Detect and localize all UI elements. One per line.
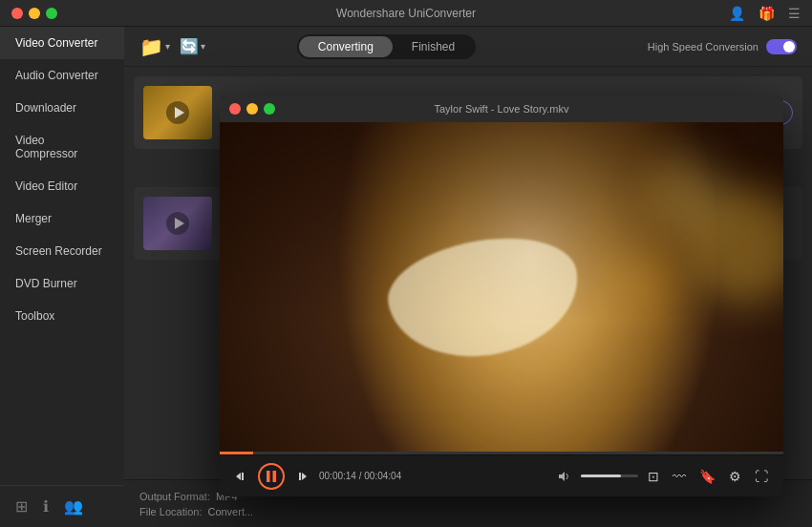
- svg-marker-4: [236, 473, 241, 480]
- file-location-value: Convert...: [207, 506, 253, 517]
- video-display[interactable]: [220, 122, 783, 454]
- speed-label: High Speed Conversion: [648, 41, 759, 53]
- convert-options-icon: 🔄: [180, 37, 199, 55]
- titlebar: Wondershare UniConverter 👤 🎁 ☰: [0, 0, 812, 27]
- add-chevron: ▾: [165, 41, 170, 52]
- thumbnail-image: [143, 197, 212, 250]
- preview-titlebar: Taylor Swift - Love Story.mkv: [220, 95, 783, 122]
- pause-icon: [266, 470, 277, 483]
- sidebar-bottom: ⊞ ℹ 👥: [0, 485, 124, 527]
- sidebar-item-audio-converter[interactable]: Audio Converter: [0, 59, 124, 92]
- svg-marker-10: [559, 472, 565, 481]
- thumbnail-image: [143, 86, 212, 139]
- rewind-icon: [235, 471, 246, 482]
- preview-window: Taylor Swift - Love Story.mkv: [220, 95, 783, 496]
- profile-icon[interactable]: 👤: [729, 6, 745, 21]
- preview-window-controls[interactable]: [229, 103, 275, 115]
- info-icon[interactable]: ℹ: [43, 497, 49, 516]
- total-time: 00:04:04: [364, 471, 401, 481]
- volume-button[interactable]: [554, 469, 575, 484]
- video-compressor-label: Video Compressor: [15, 134, 109, 160]
- sidebar-item-video-editor[interactable]: Video Editor: [0, 170, 124, 202]
- file-thumbnail[interactable]: [143, 197, 212, 250]
- pip-button[interactable]: ⊡: [644, 467, 663, 486]
- svg-marker-8: [302, 473, 307, 480]
- bokeh-2: [651, 156, 727, 232]
- sidebar-item-screen-recorder[interactable]: Screen Recorder: [0, 235, 124, 267]
- minimize-button[interactable]: [29, 8, 40, 19]
- users-icon[interactable]: 👥: [64, 497, 83, 516]
- preview-close-button[interactable]: [229, 103, 241, 115]
- volume-fill: [581, 474, 621, 477]
- forward-button[interactable]: [292, 469, 311, 484]
- time-display: 00:00:14 / 00:04:04: [319, 471, 401, 481]
- volume-slider[interactable]: [581, 474, 638, 477]
- dvd-burner-label: DVD Burner: [15, 277, 77, 290]
- file-thumbnail[interactable]: [143, 86, 212, 139]
- toolbox-label: Toolbox: [15, 309, 54, 323]
- current-time: 00:00:14: [319, 471, 356, 481]
- sidebar-item-video-compressor[interactable]: Video Compressor: [0, 124, 124, 170]
- maximize-button[interactable]: [46, 8, 57, 19]
- rewind-button[interactable]: [231, 469, 250, 484]
- svg-rect-5: [242, 473, 244, 480]
- volume-icon: [558, 471, 571, 482]
- sidebar-item-video-converter[interactable]: Video Converter: [0, 27, 124, 59]
- svg-rect-7: [273, 471, 277, 482]
- menu-icon[interactable]: ☰: [788, 6, 801, 21]
- layout-icon[interactable]: ⊞: [15, 497, 28, 516]
- settings-button[interactable]: ⚙: [725, 467, 745, 486]
- toolbar: 📁 ▾ 🔄 ▾ Converting Finished High Speed C…: [124, 27, 812, 67]
- bokeh-3: [613, 255, 671, 312]
- preview-minimize-button[interactable]: [246, 103, 258, 115]
- bookmark-button[interactable]: 🔖: [695, 467, 719, 486]
- video-progress-bar[interactable]: [220, 452, 783, 454]
- tab-group: Converting Finished: [297, 34, 476, 59]
- tab-converting[interactable]: Converting: [299, 36, 393, 57]
- output-format-label: Output Format:: [139, 491, 210, 502]
- toggle-knob: [783, 41, 795, 53]
- right-controls: ⊡ 〰 🔖 ⚙ ⛶: [554, 467, 772, 486]
- screen-recorder-label: Screen Recorder: [15, 244, 102, 258]
- downloader-label: Downloader: [15, 101, 76, 115]
- video-controls: 00:00:14 / 00:04:04 ⊡ 〰 🔖 ⚙ ⛶: [220, 454, 783, 496]
- sidebar-item-dvd-burner[interactable]: DVD Burner: [0, 267, 124, 300]
- close-button[interactable]: [11, 8, 23, 19]
- sidebar: Video Converter Audio Converter Download…: [0, 27, 124, 527]
- play-overlay: [163, 98, 192, 127]
- merger-label: Merger: [15, 212, 52, 225]
- progress-fill: [220, 452, 253, 454]
- video-editor-label: Video Editor: [15, 179, 77, 193]
- forward-icon: [296, 471, 308, 482]
- wave-button[interactable]: 〰: [669, 467, 690, 486]
- preview-title: Taylor Swift - Love Story.mkv: [435, 103, 569, 115]
- file-location-label: File Location:: [139, 506, 202, 517]
- toolbar-left: 📁 ▾ 🔄 ▾: [139, 35, 205, 58]
- convert-options-button[interactable]: 🔄 ▾: [180, 37, 205, 55]
- fullscreen-button[interactable]: ⛶: [751, 467, 772, 486]
- sidebar-item-merger[interactable]: Merger: [0, 202, 124, 235]
- file-location-row: File Location: Convert...: [139, 506, 253, 517]
- speed-toggle[interactable]: [766, 39, 797, 54]
- play-overlay: [163, 209, 192, 238]
- play-pause-button[interactable]: [258, 463, 285, 490]
- gift-icon[interactable]: 🎁: [759, 6, 775, 21]
- window-controls[interactable]: [11, 8, 57, 19]
- app-title: Wondershare UniConverter: [336, 7, 476, 20]
- video-converter-label: Video Converter: [15, 36, 98, 50]
- toolbar-right: High Speed Conversion: [648, 39, 797, 54]
- sidebar-item-toolbox[interactable]: Toolbox: [0, 300, 124, 332]
- options-chevron: ▾: [201, 41, 205, 52]
- sidebar-item-downloader[interactable]: Downloader: [0, 92, 124, 124]
- audio-converter-label: Audio Converter: [15, 69, 98, 82]
- add-files-button[interactable]: 📁 ▾: [139, 35, 170, 58]
- svg-rect-9: [299, 473, 301, 480]
- add-icon: 📁: [139, 35, 163, 58]
- preview-maximize-button[interactable]: [264, 103, 275, 115]
- svg-rect-6: [267, 471, 270, 482]
- titlebar-actions: 👤 🎁 ☰: [729, 6, 801, 21]
- tab-finished[interactable]: Finished: [393, 36, 474, 57]
